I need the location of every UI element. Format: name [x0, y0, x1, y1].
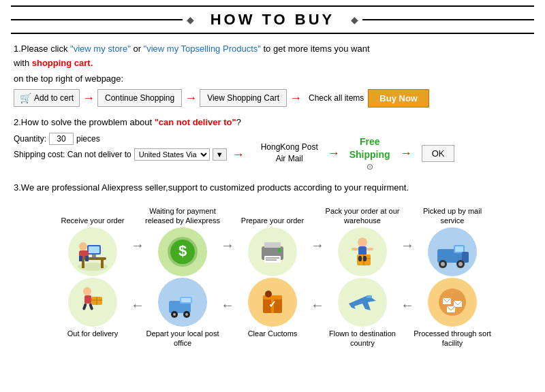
header-line-left: [11, 19, 183, 20]
process-item-sort: Processed through sort facility: [411, 278, 493, 348]
delivery-icon: [68, 278, 117, 327]
arrow3: →: [290, 91, 302, 105]
svg-rect-10: [79, 256, 82, 261]
svg-rect-47: [181, 298, 191, 302]
svg-rect-32: [455, 246, 463, 252]
process-label-pack: Pack your order at our warehouse: [322, 206, 403, 226]
svg-point-49: [173, 313, 176, 316]
check-items-label: Check all items: [305, 93, 368, 103]
add-to-cart-button[interactable]: 🛒 Add to cert: [14, 89, 80, 107]
process-item-pickup: Picked up by mail service: [411, 206, 493, 276]
step1-or: or: [131, 44, 144, 54]
process-arrow-r4: →: [401, 297, 414, 313]
quantity-label: Quantity:: [14, 134, 46, 144]
main-content: 1.Please click "view my store" or "view …: [0, 39, 545, 355]
process-label-customs: Clear Cuctoms: [248, 329, 298, 348]
step1-description: 1.Please click "view my store" or "view …: [14, 42, 531, 71]
process-row-2: Out for delivery → D: [14, 278, 531, 348]
view-store-link[interactable]: "view my store": [70, 44, 131, 54]
arrow6: →: [400, 146, 412, 161]
arrow1: →: [82, 91, 95, 105]
svg-rect-29: [363, 256, 367, 261]
svg-rect-19: [266, 259, 277, 261]
svg-point-55: [265, 291, 272, 297]
step1-with: with: [14, 58, 32, 68]
svg-rect-43: [82, 304, 87, 311]
process-label-delivery: Out for delivery: [67, 329, 119, 348]
header-diamond-left: ◆: [183, 14, 198, 25]
svg-text:$: $: [178, 242, 187, 259]
svg-rect-18: [266, 257, 279, 259]
process-item-flown: Flown to destination country: [322, 278, 403, 348]
free-shipping-icon: ⊙: [349, 162, 390, 172]
svg-rect-3: [101, 260, 104, 268]
svg-rect-22: [358, 246, 367, 256]
svg-rect-26: [352, 248, 358, 250]
svg-point-51: [185, 313, 188, 316]
view-topselling-link[interactable]: "view my Topselling Products": [144, 44, 261, 54]
step2-suffix: ?: [236, 117, 241, 127]
quantity-input[interactable]: [49, 133, 74, 145]
arrow5: →: [328, 146, 340, 161]
svg-rect-28: [358, 256, 362, 261]
process-icon-payment: $: [155, 228, 210, 276]
process-item-receive: Receive your order: [52, 206, 134, 276]
process-label-postoffice: Depart your local post office: [142, 329, 223, 348]
shipping-select[interactable]: United States Via: [134, 148, 210, 161]
pieces-label: pieces: [76, 134, 100, 144]
process-label-pickup: Picked up by mail service: [411, 206, 493, 226]
svg-point-21: [358, 238, 367, 247]
process-arrow-r2: →: [221, 297, 234, 313]
svg-point-38: [83, 287, 91, 295]
dropdown-button[interactable]: ▼: [213, 148, 227, 161]
pickup-icon: [428, 227, 477, 276]
buy-now-button[interactable]: Buy Now: [368, 89, 429, 108]
add-to-cart-label: Add to cert: [34, 93, 74, 103]
step1-prefix: 1.Please click: [14, 44, 70, 54]
page-header: ◆ HOW TO BUY ◆: [11, 5, 534, 34]
hk-post-line2: Air Mail: [261, 153, 318, 165]
shipping-row: Shipping cost: Can not deliver to United…: [14, 148, 247, 162]
step2-highlight: "can not deliver to": [155, 117, 236, 127]
step2-area: Quantity: pieces Shipping cost: Can not …: [14, 133, 531, 172]
flown-icon: [338, 278, 387, 327]
ok-button[interactable]: OK: [422, 145, 455, 162]
payment-icon: $: [158, 227, 207, 276]
free-shipping-label: FreeShipping: [349, 135, 390, 162]
step1-mid2: to get more items you want: [261, 44, 370, 54]
sort-icon: [428, 278, 477, 327]
svg-point-37: [458, 262, 463, 266]
process-arrow-r3: →: [311, 297, 324, 313]
svg-rect-11: [85, 256, 89, 261]
svg-rect-27: [367, 248, 373, 250]
process-icon-receive: [65, 228, 120, 276]
shipping-label: Shipping cost: Can not deliver to: [14, 150, 131, 159]
free-shipping-area: FreeShipping ⊙: [349, 135, 390, 172]
process-label-prepare: Prepare your order: [241, 206, 304, 225]
arrow2: →: [185, 91, 197, 105]
shipping-left: Quantity: pieces Shipping cost: Can not …: [14, 133, 247, 162]
svg-point-35: [441, 262, 445, 266]
process-label-flown: Flown to destination country: [322, 329, 403, 348]
shopping-cart-text: shopping cart.: [32, 58, 93, 68]
continue-shopping-button[interactable]: Continue Shopping: [97, 89, 182, 107]
step2-title: 2.How to solve the prowblem about "can n…: [14, 117, 531, 127]
cart-icon: 🛒: [20, 93, 31, 103]
header-line-right: [362, 19, 534, 20]
process-arrow-r1: →: [131, 297, 144, 313]
process-icon-customs: ✓: [245, 278, 300, 326]
customs-icon: ✓: [248, 278, 297, 327]
process-icon-sort: [425, 278, 480, 326]
quantity-row: Quantity: pieces: [14, 133, 247, 145]
prepare-icon: [248, 227, 297, 276]
process-item-postoffice: Depart your local post office: [142, 278, 223, 348]
purchase-steps-row: 🛒 Add to cert → Continue Shopping → View…: [14, 89, 531, 108]
step3-description: 3.We are professional Aliexpress seller,…: [14, 181, 531, 195]
process-label-payment: Waiting for payment released by Aliexpre…: [142, 206, 223, 226]
svg-point-8: [79, 242, 87, 250]
process-item-delivery: Out for delivery: [52, 278, 134, 348]
view-cart-button[interactable]: View Shopping Cart: [200, 89, 287, 107]
process-icon-postoffice: [155, 278, 210, 326]
process-icon-prepare: [245, 228, 300, 276]
process-icon-pack: [335, 228, 390, 276]
